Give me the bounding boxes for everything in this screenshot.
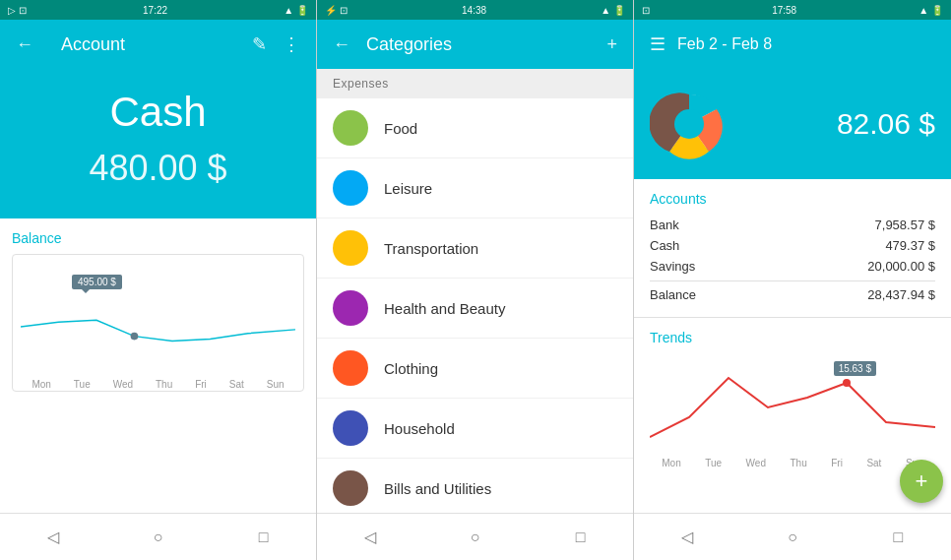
bank-amount: 7,958.57 $: [875, 218, 935, 232]
bills-label: Bills and Utilities: [384, 480, 491, 497]
chart-area: 495.00 $ Mon Tue Wed Thu Fri Sat Sun: [12, 254, 304, 392]
balance-row: Balance 28,437.94 $: [650, 280, 935, 305]
pie-chart: [650, 85, 729, 163]
account-row-cash: Cash 479.37 $: [650, 235, 935, 256]
balance-svg: [21, 282, 295, 371]
svg-point-2: [674, 109, 704, 139]
pie-svg: [650, 85, 729, 163]
status-bar-1: ▷ ⊡ 17:22 ▲ 🔋: [0, 0, 316, 20]
nav-back-3[interactable]: ◁: [676, 527, 698, 548]
account-row-savings: Savings 20,000.00 $: [650, 256, 935, 277]
panel-categories: ⚡ ⊡ 14:38 ▲ 🔋 ← Categories + Expenses Fo…: [317, 0, 634, 560]
savings-label: Savings: [650, 259, 695, 274]
accounts-title: Accounts: [650, 191, 935, 207]
chart-days: Mon Tue Wed Thu Fri Sat Sun: [21, 379, 295, 390]
household-label: Household: [384, 420, 455, 437]
nav-back-2[interactable]: ◁: [359, 527, 381, 548]
savings-amount: 20,000.00 $: [867, 259, 935, 274]
trends-svg: [650, 353, 935, 452]
clothing-label: Clothing: [384, 360, 438, 377]
bottom-nav-3: ◁ ○ □: [634, 513, 951, 560]
status-time-3: 17:58: [772, 5, 796, 16]
svg-point-0: [131, 333, 139, 341]
leisure-label: Leisure: [384, 180, 432, 197]
category-health-beauty[interactable]: Health and Beauty: [317, 279, 633, 339]
status-bar-3: ⊡ 17:58 ▲ 🔋: [634, 0, 951, 20]
bottom-nav-2: ◁ ○ □: [317, 513, 633, 560]
categories-toolbar: ← Categories +: [317, 20, 633, 69]
leisure-dot: [333, 170, 368, 206]
edit-icon[interactable]: ✎: [248, 30, 271, 59]
status-icons-left-1: ▷ ⊡: [8, 5, 27, 16]
panel-dashboard: ⊡ 17:58 ▲ 🔋 ☰ Feb 2 - Feb 8: [634, 0, 951, 560]
balance-label: Balance: [650, 287, 696, 302]
nav-back-1[interactable]: ◁: [42, 527, 64, 548]
balance-chart-section: Balance 495.00 $ Mon Tue Wed Thu Fri Sat…: [0, 218, 316, 513]
nav-square-3[interactable]: □: [887, 527, 909, 548]
add-category-icon[interactable]: +: [602, 31, 621, 59]
account-toolbar-title: Account: [49, 20, 248, 69]
trend-label: 15.63 $: [834, 361, 876, 376]
categories-toolbar-title: Categories: [366, 34, 602, 55]
dashboard-total: 82.06 $: [837, 107, 935, 141]
category-leisure[interactable]: Leisure: [317, 158, 633, 218]
status-time-1: 17:22: [143, 5, 167, 16]
account-name: Cash: [0, 89, 316, 136]
categories-list: Expenses Food Leisure Transportation Hea…: [317, 69, 633, 513]
transportation-label: Transportation: [384, 240, 478, 257]
accounts-section: Accounts Bank 7,958.57 $ Cash 479.37 $ S…: [634, 179, 951, 318]
status-icons-right-1: ▲ 🔋: [284, 5, 308, 16]
account-toolbar: ← Account ✎ ⋮: [0, 20, 316, 69]
nav-square-1[interactable]: □: [253, 527, 275, 548]
status-icons-left-2: ⚡ ⊡: [325, 5, 348, 16]
svg-point-3: [843, 379, 851, 387]
balance-chart-title: Balance: [12, 230, 304, 246]
category-clothing[interactable]: Clothing: [317, 339, 633, 399]
household-dot: [333, 410, 368, 446]
dashboard-toolbar: ☰ Feb 2 - Feb 8: [634, 20, 951, 69]
category-food[interactable]: Food: [317, 98, 633, 158]
hamburger-icon[interactable]: ☰: [646, 30, 669, 59]
status-icons-right-3: ▲ 🔋: [919, 5, 943, 16]
food-label: Food: [384, 120, 417, 137]
bank-label: Bank: [650, 218, 679, 232]
status-icons-right-2: ▲ 🔋: [601, 5, 625, 16]
dashboard-toolbar-title: Feb 2 - Feb 8: [677, 35, 939, 53]
transportation-dot: [333, 230, 368, 266]
dashboard-hero: 82.06 $: [634, 69, 951, 179]
back-icon-2[interactable]: ←: [329, 31, 354, 59]
balance-amount: 28,437.94 $: [867, 287, 935, 302]
nav-home-1[interactable]: ○: [148, 527, 169, 548]
trend-days: Mon Tue Wed Thu Fri Sat Sun: [650, 458, 935, 468]
food-dot: [333, 110, 368, 146]
back-icon-1[interactable]: ←: [12, 31, 37, 59]
expenses-header: Expenses: [317, 69, 633, 98]
fab-button[interactable]: +: [900, 460, 943, 503]
health-dot: [333, 290, 368, 326]
health-label: Health and Beauty: [384, 300, 505, 317]
bottom-nav-1: ◁ ○ □: [0, 513, 316, 560]
status-time-2: 14:38: [462, 5, 486, 16]
category-bills[interactable]: Bills and Utilities: [317, 459, 633, 513]
account-row-bank: Bank 7,958.57 $: [650, 215, 935, 235]
panel-account: ▷ ⊡ 17:22 ▲ 🔋 ← Account ✎ ⋮ Cash 480.00 …: [0, 0, 317, 560]
status-icons-left-3: ⊡: [642, 5, 650, 16]
more-icon-1[interactable]: ⋮: [279, 30, 304, 59]
cash-label: Cash: [650, 238, 679, 253]
category-household[interactable]: Household: [317, 399, 633, 459]
trends-chart: 15.63 $ Mon Tue Wed Thu Fri Sat Sun: [650, 353, 935, 471]
nav-home-2[interactable]: ○: [465, 527, 486, 548]
bills-dot: [333, 470, 368, 506]
cash-amount: 479.37 $: [885, 238, 935, 253]
nav-home-3[interactable]: ○: [782, 527, 803, 548]
category-transportation[interactable]: Transportation: [317, 218, 633, 279]
trends-title: Trends: [650, 330, 935, 345]
nav-square-2[interactable]: □: [570, 527, 592, 548]
status-bar-2: ⚡ ⊡ 14:38 ▲ 🔋: [317, 0, 633, 20]
clothing-dot: [333, 350, 368, 386]
account-hero: Cash 480.00 $: [0, 69, 316, 218]
chart-label: 495.00 $: [72, 275, 122, 289]
account-amount: 480.00 $: [0, 148, 316, 189]
